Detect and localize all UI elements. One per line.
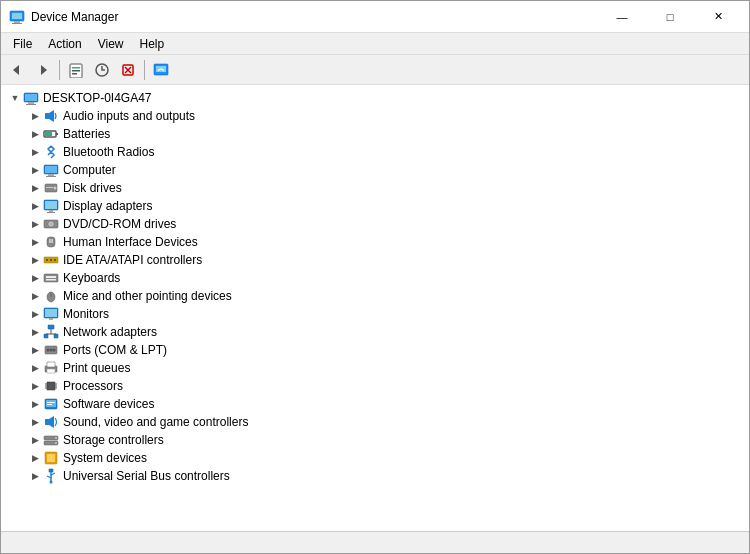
tree-item-toggle[interactable]: ▶ [27, 234, 43, 250]
tree-item-toggle[interactable]: ▶ [27, 468, 43, 484]
svg-rect-52 [46, 279, 56, 281]
tree-device-row[interactable]: ▶DVD/CD-ROM drives [27, 215, 747, 233]
svg-point-87 [55, 442, 57, 444]
tree-device-label: Batteries [63, 127, 110, 141]
minimize-button[interactable]: — [599, 7, 645, 27]
tree-item-toggle[interactable]: ▶ [27, 252, 43, 268]
tree-device-row[interactable]: ▶Processors [27, 377, 747, 395]
tree-item-toggle[interactable]: ▶ [27, 450, 43, 466]
tree-item-toggle[interactable]: ▶ [27, 432, 43, 448]
tree-item-toggle[interactable]: ▶ [27, 396, 43, 412]
tree-device-row[interactable]: ▶IDE ATA/ATAPI controllers [27, 251, 747, 269]
tree-item-toggle[interactable]: ▶ [27, 360, 43, 376]
svg-marker-5 [41, 65, 47, 75]
tree-item: ▶Bluetooth Radios [7, 143, 747, 161]
menu-item-action[interactable]: Action [40, 35, 89, 53]
tree-item-toggle[interactable]: ▶ [27, 414, 43, 430]
tree-device-row[interactable]: ▶Storage controllers [27, 431, 747, 449]
tree-device-label: Keyboards [63, 271, 120, 285]
tree-item: ▶Disk drives [7, 179, 747, 197]
dvd-icon [43, 216, 59, 232]
tree-device-row[interactable]: ▶Human Interface Devices [27, 233, 747, 251]
display-icon [43, 198, 59, 214]
system-icon [43, 450, 59, 466]
tree-item-toggle[interactable]: ▶ [27, 108, 43, 124]
svg-rect-31 [46, 187, 53, 188]
tree-device-row[interactable]: ▶Sound, video and game controllers [27, 413, 747, 431]
tree-device-label: IDE ATA/ATAPI controllers [63, 253, 202, 267]
tree-item: ▶System devices [7, 449, 747, 467]
tree-item-toggle[interactable]: ▶ [27, 378, 43, 394]
tree-item-toggle[interactable]: ▶ [27, 198, 43, 214]
menu-item-help[interactable]: Help [132, 35, 173, 53]
status-bar [1, 531, 749, 553]
tree-device-row[interactable]: ▶Bluetooth Radios [27, 143, 747, 161]
tree-device-row[interactable]: ▶Monitors [27, 305, 747, 323]
svg-rect-47 [46, 276, 48, 278]
svg-rect-45 [54, 259, 56, 261]
properties-button[interactable] [64, 58, 88, 82]
window-title: Device Manager [31, 10, 118, 24]
computer-icon [43, 162, 59, 178]
tree-item-toggle[interactable]: ▶ [27, 324, 43, 340]
ide-icon [43, 252, 59, 268]
svg-rect-2 [14, 21, 20, 23]
back-icon [9, 62, 25, 78]
tree-item-toggle[interactable]: ▶ [27, 306, 43, 322]
tree-device-row[interactable]: ▶Software devices [27, 395, 747, 413]
tree-device-row[interactable]: ▶Display adapters [27, 197, 747, 215]
svg-marker-83 [49, 416, 54, 428]
tree-item: ▶Universal Serial Bus controllers [7, 467, 747, 485]
tree-device-label: DVD/CD-ROM drives [63, 217, 176, 231]
tree-device-row[interactable]: ▶System devices [27, 449, 747, 467]
tree-device-row[interactable]: ▶Universal Serial Bus controllers [27, 467, 747, 485]
tree-item-toggle[interactable]: ▶ [27, 270, 43, 286]
tree-device-row[interactable]: ▶Disk drives [27, 179, 747, 197]
scan-button[interactable] [149, 58, 173, 82]
close-button[interactable]: ✕ [695, 7, 741, 27]
tree-device-row[interactable]: ▶Computer [27, 161, 747, 179]
tree-item-toggle[interactable]: ▶ [27, 144, 43, 160]
maximize-button[interactable]: □ [647, 7, 693, 27]
svg-rect-28 [46, 176, 56, 177]
tree-item: ▶Monitors [7, 305, 747, 323]
svg-rect-82 [45, 419, 49, 425]
svg-point-67 [53, 349, 56, 352]
tree-root-row[interactable]: ▼ DESKTOP-0I4GA47 [7, 89, 747, 107]
back-button[interactable] [5, 58, 29, 82]
tree-device-row[interactable]: ▶Batteries [27, 125, 747, 143]
tree-item-toggle[interactable]: ▶ [27, 288, 43, 304]
svg-point-86 [55, 437, 57, 439]
forward-button[interactable] [31, 58, 55, 82]
tree-device-row[interactable]: ▶Keyboards [27, 269, 747, 287]
tree-item: ▶IDE ATA/ATAPI controllers [7, 251, 747, 269]
tree-device-row[interactable]: ▶Network adapters [27, 323, 747, 341]
tree-item: ▶Network adapters [7, 323, 747, 341]
svg-rect-59 [44, 334, 48, 338]
svg-rect-79 [46, 400, 56, 407]
uninstall-button[interactable] [116, 58, 140, 82]
computer-root-icon [23, 90, 39, 106]
content-area[interactable]: ▼ DESKTOP-0I4GA47 ▶Audio inputs and outp… [1, 85, 749, 531]
tree-item-toggle[interactable]: ▶ [27, 216, 43, 232]
uninstall-icon [120, 62, 136, 78]
svg-rect-27 [48, 174, 54, 176]
menu-item-view[interactable]: View [90, 35, 132, 53]
tree-root-toggle[interactable]: ▼ [7, 90, 23, 106]
tree-item-toggle[interactable]: ▶ [27, 180, 43, 196]
svg-rect-56 [45, 309, 57, 317]
menu-item-file[interactable]: File [5, 35, 40, 53]
tree-item-toggle[interactable]: ▶ [27, 162, 43, 178]
tree-device-label: Software devices [63, 397, 154, 411]
tree-device-label: Sound, video and game controllers [63, 415, 248, 429]
tree-device-label: Monitors [63, 307, 109, 321]
tree-item-toggle[interactable]: ▶ [27, 126, 43, 142]
tree-device-row[interactable]: ▶Ports (COM & LPT) [27, 341, 747, 359]
tree-device-row[interactable]: ▶Print queues [27, 359, 747, 377]
svg-point-94 [50, 481, 53, 484]
tree-root-label: DESKTOP-0I4GA47 [43, 91, 152, 105]
tree-device-row[interactable]: ▶Audio inputs and outputs [27, 107, 747, 125]
update-driver-button[interactable] [90, 58, 114, 82]
tree-item-toggle[interactable]: ▶ [27, 342, 43, 358]
tree-device-row[interactable]: ▶Mice and other pointing devices [27, 287, 747, 305]
